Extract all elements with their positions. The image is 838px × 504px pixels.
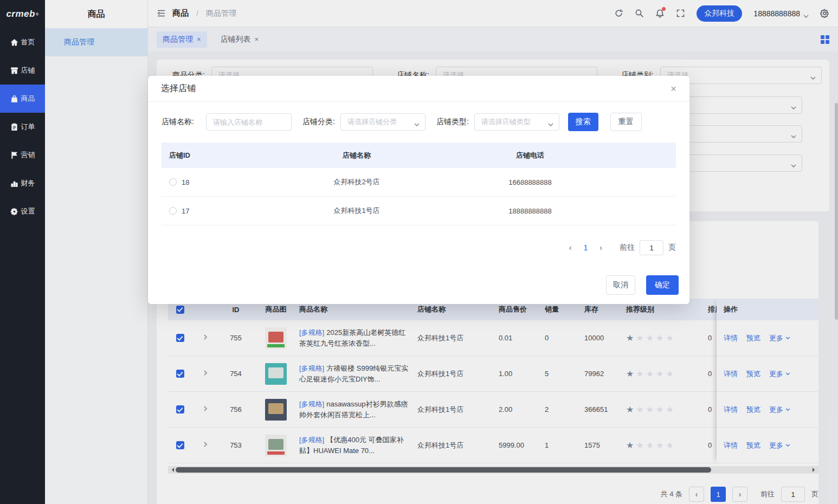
dialog-title: 选择店铺	[161, 83, 196, 94]
goto-label: 前往	[620, 243, 635, 253]
app-window: crmeb® 首页店铺商品订单营销财务设置 商品 商品管理 商品 / 商品管理 …	[0, 0, 838, 504]
search-button[interactable]: 搜索	[568, 113, 598, 131]
chevron-down-icon	[414, 120, 420, 124]
store-phone: 18888888888	[422, 207, 639, 215]
store-row-17[interactable]: 17众邦科技1号店18888888888	[162, 197, 676, 225]
store-name-label: 店铺名称:	[162, 117, 201, 127]
store-radio[interactable]	[169, 178, 177, 186]
confirm-button[interactable]: 确定	[646, 275, 679, 295]
store-phone: 16688888888	[422, 178, 639, 186]
store-name: 众邦科技1号店	[292, 206, 422, 216]
dialog-pagination: ‹ 1 › 前往 页	[565, 240, 676, 255]
dialog-close-icon[interactable]: ×	[671, 83, 676, 94]
store-table-header: 店铺ID 店铺名称 店铺电话	[162, 143, 676, 168]
store-name-input[interactable]	[206, 113, 292, 131]
store-type-select[interactable]: 请选择店铺类型	[474, 113, 559, 131]
dialog-search-row: 店铺名称: 店铺分类: 请选择店铺分类 店铺类型: 请选择店铺类型 搜索 重置	[162, 113, 642, 131]
current-page[interactable]: 1	[576, 243, 596, 252]
store-table: 店铺ID 店铺名称 店铺电话 18众邦科技2号店1668888888817众邦科…	[162, 143, 676, 225]
goto-unit: 页	[668, 243, 676, 253]
prev-page-button[interactable]: ‹	[565, 243, 576, 252]
select-store-dialog: 选择店铺 × 店铺名称: 店铺分类: 请选择店铺分类 店铺类型: 请选择店铺类型…	[148, 76, 689, 304]
store-row-18[interactable]: 18众邦科技2号店16688888888	[162, 168, 676, 197]
store-radio[interactable]	[169, 207, 177, 215]
store-category-label: 店铺分类:	[302, 117, 335, 127]
next-page-button[interactable]: ›	[595, 243, 607, 252]
store-type-label: 店铺类型:	[436, 117, 469, 127]
store-id: 18	[182, 178, 189, 186]
cancel-button[interactable]: 取消	[606, 275, 635, 295]
chevron-down-icon	[548, 120, 553, 124]
store-category-select[interactable]: 请选择店铺分类	[340, 113, 426, 131]
reset-button[interactable]: 重置	[610, 113, 642, 131]
store-name: 众邦科技2号店	[292, 177, 422, 187]
store-id: 17	[182, 207, 189, 215]
goto-page-input[interactable]	[640, 240, 663, 255]
